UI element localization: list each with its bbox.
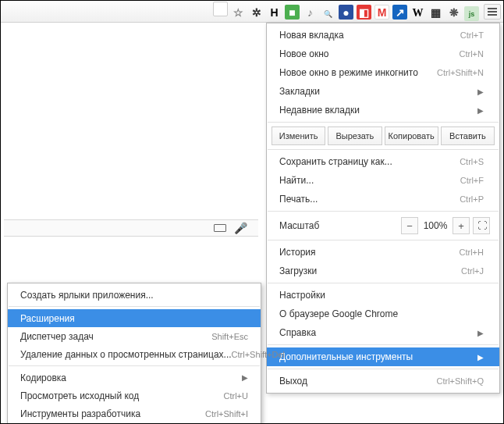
shortcut-text: Ctrl+T [460, 30, 484, 40]
menu-separator [9, 306, 260, 307]
music-icon[interactable]: ♪ [303, 5, 318, 20]
submenu-extensions[interactable]: Расширения [8, 309, 261, 327]
submenu-view-source[interactable]: Просмотреть исходный код Ctrl+U [8, 387, 261, 404]
star-icon[interactable]: ☆ [231, 5, 246, 20]
menu-separator [268, 122, 499, 123]
menu-help[interactable]: Справка ▶ [267, 323, 499, 342]
menu-new-window[interactable]: Новое окно Ctrl+N [267, 45, 499, 63]
submenu-encoding[interactable]: Кодировка ▶ [8, 369, 261, 387]
main-menu: Новая вкладка Ctrl+T Новое окно Ctrl+N Н… [266, 23, 500, 394]
globe-icon[interactable]: ● [339, 5, 353, 20]
chevron-right-icon: ▶ [477, 353, 484, 362]
more-tools-submenu: Создать ярлыки приложения... Расширения … [7, 283, 261, 424]
menu-separator [268, 240, 499, 241]
menu-separator [268, 211, 499, 212]
menu-downloads[interactable]: Загрузки Ctrl+J [267, 262, 499, 280]
menu-separator [268, 149, 499, 150]
menu-separator [268, 283, 499, 283]
menu-separator [268, 369, 499, 369]
js-icon[interactable]: js [464, 6, 479, 21]
main-menu-button[interactable] [484, 4, 501, 20]
edit-label-button[interactable]: Изменить [272, 126, 325, 145]
menu-settings[interactable]: Настройки [267, 286, 499, 305]
zoom-out-button[interactable]: − [401, 217, 418, 234]
menu-about[interactable]: О браузере Google Chrome [267, 305, 499, 323]
copy-button[interactable]: Копировать [385, 126, 438, 145]
search-icon[interactable]: 🔍 [321, 6, 335, 21]
chevron-right-icon: ▶ [477, 106, 484, 115]
gmail-icon[interactable]: M [374, 5, 389, 20]
menu-new-tab[interactable]: Новая вкладка Ctrl+T [267, 26, 499, 45]
submenu-clear-data[interactable]: Удаление данных о просмотренных страница… [8, 345, 261, 363]
menu-bookmarks[interactable]: Закладки ▶ [267, 82, 499, 101]
chevron-right-icon: ▶ [477, 329, 484, 337]
evernote-icon[interactable]: ❋ [446, 5, 461, 20]
zoom-in-button[interactable]: + [453, 217, 470, 234]
search-tools-bar: 🎤 [4, 219, 258, 237]
menu-more-tools[interactable]: Дополнительные инструменты ▶ [267, 347, 499, 366]
menu-item-label: Новая вкладка [279, 30, 460, 41]
paste-button[interactable]: Вставить [441, 126, 495, 145]
chevron-right-icon: ▶ [477, 87, 484, 96]
h-letter-icon[interactable]: H [267, 5, 282, 20]
menu-separator [9, 365, 260, 366]
chevron-right-icon: ▶ [242, 373, 248, 382]
menu-recent-tabs[interactable]: Недавние вкладки ▶ [267, 101, 499, 119]
zoom-value: 100% [420, 220, 451, 231]
browser-toolbar: ☆✲H■♪🔍●◧M↗W▦❋js [1, 1, 503, 23]
bug-icon[interactable]: ✲ [249, 5, 264, 20]
menu-new-incognito[interactable]: Новое окно в режиме инкогнито Ctrl+Shift… [267, 63, 499, 82]
box-icon[interactable]: ◧ [357, 5, 371, 20]
menu-exit[interactable]: Выход Ctrl+Shift+Q [267, 372, 499, 390]
qr-icon[interactable]: ▦ [428, 5, 443, 20]
menu-history[interactable]: История Ctrl+H [267, 243, 499, 262]
menu-zoom-row: Масштаб − 100% + ⛶ [267, 214, 499, 237]
arrow-icon[interactable]: ↗ [392, 5, 407, 20]
keyboard-icon[interactable] [214, 224, 226, 232]
wikipedia-icon[interactable]: W [410, 5, 425, 20]
submenu-devtools[interactable]: Инструменты разработчика Ctrl+Shift+I [8, 404, 261, 422]
menu-save-as[interactable]: Сохранить страницу как... Ctrl+S [267, 152, 499, 171]
blank-icon[interactable] [213, 2, 228, 16]
menu-edit-row: Изменить Вырезать Копировать Вставить [267, 125, 499, 147]
flag-icon[interactable]: ■ [285, 5, 300, 20]
cut-button[interactable]: Вырезать [328, 126, 382, 145]
microphone-icon[interactable]: 🎤 [234, 222, 247, 234]
menu-print[interactable]: Печать... Ctrl+P [267, 190, 499, 208]
menu-separator [268, 344, 499, 345]
menu-find[interactable]: Найти... Ctrl+F [267, 171, 499, 190]
submenu-task-manager[interactable]: Диспетчер задач Shift+Esc [8, 327, 261, 345]
zoom-label: Масштаб [279, 220, 399, 231]
fullscreen-button[interactable]: ⛶ [473, 217, 490, 234]
submenu-create-shortcuts[interactable]: Создать ярлыки приложения... [8, 286, 261, 304]
